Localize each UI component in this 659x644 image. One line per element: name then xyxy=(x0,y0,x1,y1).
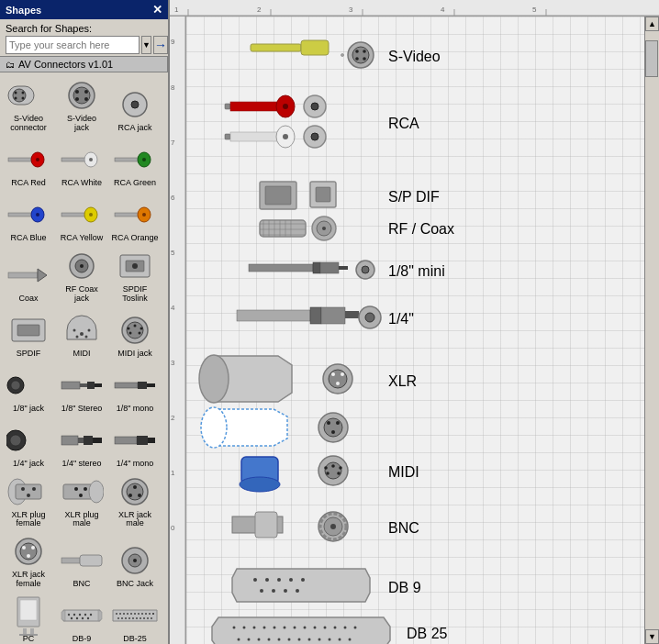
shape-db9[interactable]: DB-9 xyxy=(55,591,108,644)
shape-xlr-plug-male[interactable]: XLR plugmale xyxy=(55,471,108,531)
shape-rca-orange[interactable]: RCA Orange xyxy=(108,190,162,245)
scroll-down-button[interactable]: ▼ xyxy=(645,629,659,644)
shape-spdif-toslink[interactable]: SPDIFToslink xyxy=(108,245,162,305)
svg-rect-23 xyxy=(8,213,34,217)
shape-bnc-jack[interactable]: BNC Jack xyxy=(108,530,162,591)
svg-point-270 xyxy=(274,627,276,629)
svg-point-284 xyxy=(288,638,291,641)
shape-rf-coax-jack[interactable]: RF Coaxjack xyxy=(55,245,108,305)
shape-quarter-stereo[interactable]: 1/4" stereo xyxy=(55,416,108,471)
shape-xlr-plug-female[interactable]: XLR plugfemale xyxy=(2,471,55,531)
svg-point-262 xyxy=(272,589,275,593)
shape-xlr-jack-male[interactable]: XLR jackmale xyxy=(108,471,162,531)
search-input[interactable] xyxy=(6,36,140,54)
svg-point-13 xyxy=(131,101,139,108)
svg-point-278 xyxy=(354,627,357,629)
shape-quarter-jack[interactable]: 1/4" jack xyxy=(2,416,55,471)
svg-point-76 xyxy=(27,494,30,497)
shape-bnc[interactable]: BNC xyxy=(55,530,108,591)
svg-point-226 xyxy=(199,355,229,403)
shape-midi-jack[interactable]: MIDI jack xyxy=(108,305,162,361)
shape-midi[interactable]: MIDI xyxy=(55,305,108,361)
svg-text:5: 5 xyxy=(532,6,537,14)
svg-text:7: 7 xyxy=(171,139,175,147)
svg-point-224 xyxy=(365,313,374,322)
svg-rect-250 xyxy=(255,512,277,538)
svg-point-130 xyxy=(143,617,145,619)
svg-point-96 xyxy=(133,559,137,562)
svg-point-243 xyxy=(331,464,335,468)
scroll-up-button[interactable]: ▲ xyxy=(645,17,659,31)
svg-point-90 xyxy=(31,546,35,550)
search-dropdown-button[interactable]: ▼ xyxy=(141,36,151,54)
shape-db25[interactable]: DB-25 xyxy=(108,591,162,644)
shape-eighth-jack[interactable]: 1/8" jack xyxy=(2,361,55,416)
shape-label-xlr-jack-male: XLR jackmale xyxy=(118,511,151,529)
svg-point-162 xyxy=(355,57,359,61)
shape-rca-yellow[interactable]: RCA Yellow xyxy=(55,190,108,245)
shape-quarter-mono[interactable]: 1/4" mono xyxy=(108,416,162,471)
svg-text:MIDI: MIDI xyxy=(388,464,419,480)
svg-point-111 xyxy=(116,613,117,615)
midi-jack-icon xyxy=(111,313,159,348)
svg-text:8: 8 xyxy=(171,83,175,92)
shape-eighth-mono[interactable]: 1/8" mono xyxy=(108,361,162,416)
svg-point-131 xyxy=(147,617,149,619)
shape-eighth-stereo[interactable]: 1/8" Stereo xyxy=(55,361,108,416)
svg-point-116 xyxy=(134,613,136,615)
svg-rect-93 xyxy=(80,555,102,566)
search-row: ▼ → xyxy=(6,36,162,54)
svg-text:0: 0 xyxy=(171,524,175,532)
ruler-left: 9 8 7 6 5 4 3 2 1 0 xyxy=(170,17,186,644)
svg-text:BNC: BNC xyxy=(388,520,419,536)
library-folder-icon: 🗂 xyxy=(6,60,15,70)
shape-rca-jack[interactable]: RCA jack xyxy=(108,74,162,135)
svg-point-231 xyxy=(336,382,340,385)
shape-label-rca-red: RCA Red xyxy=(11,179,46,188)
library-header[interactable]: 🗂 AV Connectors v1.01 xyxy=(0,56,168,72)
svg-point-288 xyxy=(329,638,331,641)
svg-point-256 xyxy=(253,578,257,582)
vertical-scrollbar: ▲ ▼ xyxy=(644,17,659,644)
svg-point-261 xyxy=(260,589,263,593)
shape-spdif[interactable]: SPDIF xyxy=(2,305,55,361)
svg-point-129 xyxy=(140,617,141,619)
svg-point-217 xyxy=(362,266,369,273)
search-go-button[interactable]: → xyxy=(153,36,168,54)
svg-point-5 xyxy=(22,97,25,100)
rca-blue-icon xyxy=(5,197,52,232)
svg-point-10 xyxy=(75,97,79,101)
shape-rca-red[interactable]: RCA Red xyxy=(2,135,55,190)
shape-svideo-jack[interactable]: S-Videojack xyxy=(55,74,108,135)
svg-point-245 xyxy=(337,472,341,475)
svg-point-247 xyxy=(339,466,342,470)
scroll-thumb[interactable] xyxy=(645,40,658,77)
svg-rect-20 xyxy=(115,158,140,161)
svg-point-114 xyxy=(127,613,128,615)
svg-point-280 xyxy=(248,638,251,641)
svg-point-127 xyxy=(132,617,134,619)
svg-point-238 xyxy=(331,430,335,434)
svg-point-75 xyxy=(32,487,36,491)
svg-point-230 xyxy=(341,372,344,376)
svg-rect-67 xyxy=(84,436,93,445)
shape-rca-white[interactable]: RCA White xyxy=(55,135,108,190)
shape-svideo-connector[interactable]: S-Videoconnector xyxy=(2,74,55,135)
shape-label-coax: Coax xyxy=(18,294,38,304)
shape-xlr-jack-female[interactable]: XLR jackfemale xyxy=(2,530,55,591)
scroll-thumb-area[interactable] xyxy=(645,31,659,629)
close-icon[interactable]: ✕ xyxy=(152,3,162,17)
svg-rect-26 xyxy=(61,213,87,217)
svg-point-269 xyxy=(263,627,266,629)
shape-coax[interactable]: Coax xyxy=(2,245,55,305)
shape-pc[interactable]: PC xyxy=(2,591,55,644)
svg-point-264 xyxy=(296,589,299,593)
shape-label-bnc-jack: BNC Jack xyxy=(117,580,153,589)
svg-text:S/P DIF: S/P DIF xyxy=(388,189,440,205)
shape-rca-blue[interactable]: RCA Blue xyxy=(2,190,55,245)
shape-rca-green[interactable]: RCA Green xyxy=(108,135,162,190)
shapes-grid: S-Videoconnector S-Videojack xyxy=(0,72,168,644)
bnc-icon xyxy=(58,543,106,578)
svg-point-246 xyxy=(324,466,328,470)
eighth-jack-icon xyxy=(5,368,52,403)
